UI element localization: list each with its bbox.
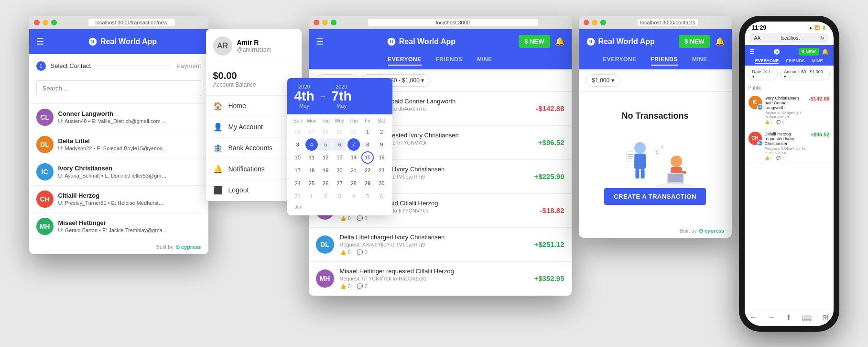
cal-day-cell[interactable]: 25: [305, 177, 318, 190]
right-url-bar[interactable]: localhost:3000/contacts: [638, 19, 698, 26]
right-minimize-btn[interactable]: [592, 20, 597, 25]
cal-day-cell[interactable]: 15: [361, 151, 374, 164]
cal-day-cell[interactable]: 7: [347, 138, 360, 151]
iphone-share-icon[interactable]: ⬆: [785, 313, 792, 322]
right-new-button[interactable]: $ NEW: [679, 35, 710, 48]
center-url-bar[interactable]: localhost:3000: [368, 19, 538, 26]
contact-item[interactable]: CH Citlalli Herzog U: Presley_Turner61 •…: [29, 186, 208, 213]
center-maximize-btn[interactable]: [331, 20, 336, 25]
right-maximize-btn[interactable]: [600, 20, 606, 25]
cal-day-cell[interactable]: 26: [319, 177, 332, 190]
iphone-hamburger-icon[interactable]: ☰: [749, 48, 755, 55]
cal-day-cell[interactable]: 29: [333, 125, 346, 138]
cal-day-cell[interactable]: 9: [375, 138, 388, 151]
iphone-url-bar[interactable]: AA localhost ↻: [749, 33, 829, 43]
cal-day-cell[interactable]: 19: [319, 164, 332, 177]
tx-comment[interactable]: 💬 0: [357, 249, 368, 256]
cal-day-cell[interactable]: 20: [333, 164, 346, 177]
tx-comment[interactable]: 💬 0: [357, 283, 368, 290]
tx-like[interactable]: 👍 0: [340, 283, 351, 290]
left-url-bar[interactable]: localhost:3000/transaction/new: [88, 19, 175, 26]
cal-day-cell[interactable]: 30: [347, 125, 360, 138]
iphone-comment-icon-1[interactable]: 💬 0: [776, 120, 784, 124]
cal-day-cell[interactable]: 31: [292, 190, 304, 202]
cal-day-cell[interactable]: 6: [375, 190, 388, 202]
iphone-bookmark-icon[interactable]: 📖: [802, 313, 812, 322]
center-bell-icon[interactable]: 🔔: [555, 37, 564, 46]
cal-day-cell[interactable]: 24: [292, 177, 304, 190]
cal-day-cell[interactable]: 6: [333, 138, 346, 151]
cal-day-cell[interactable]: 14: [347, 151, 360, 164]
cal-day-cell[interactable]: 8: [361, 138, 374, 151]
cal-day-cell[interactable]: 3: [333, 190, 346, 202]
iphone-amount-filter[interactable]: Amount: $0 - $1,000 ▾: [780, 68, 829, 80]
iphone-reload-icon[interactable]: ↻: [820, 35, 824, 41]
iphone-back-icon[interactable]: ←: [749, 313, 757, 322]
cal-day-cell[interactable]: 29: [361, 177, 374, 190]
cal-day-cell[interactable]: 2: [375, 125, 388, 138]
minimize-btn[interactable]: [43, 20, 48, 25]
maximize-btn[interactable]: [51, 20, 57, 25]
search-input[interactable]: [36, 80, 201, 96]
cal-day-cell[interactable]: 11: [305, 151, 318, 164]
cal-day-cell[interactable]: 28: [347, 177, 360, 190]
cal-day-cell[interactable]: 3: [292, 138, 304, 151]
iphone-tab-everyone[interactable]: EVERYONE: [755, 58, 779, 64]
cal-day-cell[interactable]: 22: [361, 164, 374, 177]
cal-day-cell[interactable]: 16: [375, 151, 388, 164]
right-tab-friends[interactable]: FRIENDS: [651, 54, 678, 66]
iphone-tab-mine[interactable]: MINE: [812, 58, 823, 64]
cal-day-cell[interactable]: 1: [305, 190, 318, 202]
center-minimize-btn[interactable]: [322, 20, 328, 25]
iphone-bell-icon[interactable]: 🔔: [822, 48, 829, 55]
cal-day-cell[interactable]: 30: [375, 177, 388, 190]
iphone-tab-friends[interactable]: FRIENDS: [786, 58, 805, 64]
right-bell-icon[interactable]: 🔔: [715, 37, 725, 46]
iphone-new-button[interactable]: $ NEW: [799, 48, 819, 56]
cal-day-cell[interactable]: 13: [333, 151, 346, 164]
cal-day-cell[interactable]: 18: [305, 164, 318, 177]
tx-like[interactable]: 👍 0: [340, 215, 351, 222]
create-transaction-button[interactable]: CREATE A TRANSACTION: [604, 188, 706, 205]
cal-day-cell[interactable]: 1: [361, 125, 374, 138]
tab-friends[interactable]: FRIENDS: [436, 54, 463, 66]
contact-item[interactable]: MH Misael Hettinger U: Gerald.Barton • E…: [29, 213, 208, 240]
tab-mine[interactable]: MINE: [477, 54, 492, 66]
iphone-url-text[interactable]: localhost: [781, 35, 799, 41]
hamburger-icon[interactable]: ☰: [36, 36, 44, 47]
iphone-like-icon-2[interactable]: 👍 0: [765, 156, 773, 160]
contact-item[interactable]: DL Delta Littel U: Madyson22 • E: Soleda…: [29, 131, 208, 158]
iphone-forward-icon[interactable]: →: [768, 313, 775, 322]
cal-day-cell[interactable]: 12: [319, 151, 332, 164]
cal-day-cell[interactable]: 5: [319, 138, 332, 151]
cal-day-cell[interactable]: 10: [292, 151, 304, 164]
cal-day-cell[interactable]: 2: [319, 190, 332, 202]
cal-day-cell[interactable]: 28: [319, 125, 332, 138]
cal-day-cell[interactable]: 27: [305, 125, 318, 138]
close-btn[interactable]: [34, 20, 40, 25]
tab-everyone[interactable]: EVERYONE: [388, 54, 421, 66]
iphone-date-filter[interactable]: Date: ALL ▾: [749, 68, 778, 80]
contact-item[interactable]: CL Conner Langworth U: Austen48 • E: Val…: [29, 104, 208, 131]
cal-day-cell[interactable]: 27: [333, 177, 346, 190]
cal-day-cell[interactable]: 26: [292, 125, 304, 138]
iphone-tabs-icon[interactable]: ⊞: [822, 313, 828, 322]
center-close-btn[interactable]: [314, 20, 319, 25]
center-hamburger-icon[interactable]: ☰: [316, 36, 324, 47]
cal-day-cell[interactable]: 4: [305, 138, 318, 151]
tx-like[interactable]: 👍 0: [340, 249, 351, 256]
cal-day-cell[interactable]: 5: [361, 190, 374, 202]
cal-day-cell[interactable]: 21: [347, 164, 360, 177]
tx-comment[interactable]: 💬 0: [357, 215, 368, 222]
right-close-btn[interactable]: [584, 20, 589, 25]
iphone-comment-icon-2[interactable]: 💬 0: [776, 156, 784, 160]
cal-day-cell[interactable]: 4: [347, 190, 360, 202]
cal-day-cell[interactable]: 17: [292, 164, 304, 177]
iphone-like-icon-1[interactable]: 👍 1: [765, 120, 773, 124]
contact-item[interactable]: IC Ivory Christiansen U: Ayana_Schmitt •…: [29, 158, 208, 186]
right-amount-filter[interactable]: $1,000 ▾: [586, 74, 620, 87]
right-tab-mine[interactable]: MINE: [692, 54, 707, 66]
right-tab-everyone[interactable]: EVERYONE: [603, 54, 636, 66]
cal-day-cell[interactable]: 23: [375, 164, 388, 177]
center-new-button[interactable]: $ NEW: [519, 35, 550, 48]
